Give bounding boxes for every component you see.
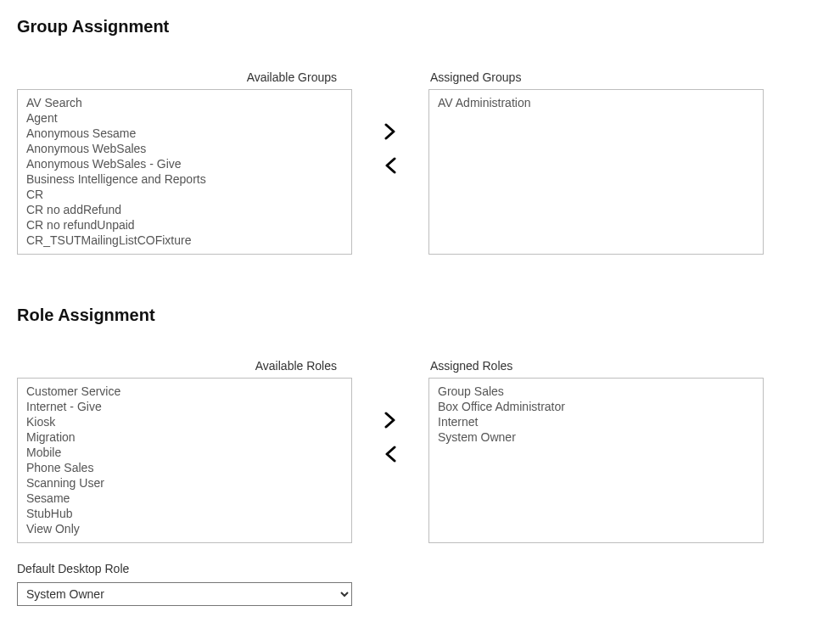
assigned-groups-listbox[interactable]: AV Administration (428, 89, 764, 255)
list-item[interactable]: Migration (26, 429, 343, 445)
role-transfer-buttons (378, 359, 403, 464)
list-item[interactable]: Anonymous WebSales (26, 141, 343, 156)
list-item[interactable]: Scanning User (26, 475, 343, 491)
available-groups-label: Available Groups (17, 70, 352, 84)
role-assignment-heading: Role Assignment (17, 306, 823, 325)
list-item[interactable]: Internet - Give (26, 399, 343, 414)
available-roles-col: Available Roles Customer ServiceInternet… (17, 359, 352, 543)
list-item[interactable]: Agent (26, 110, 343, 126)
group-assignment-heading: Group Assignment (17, 17, 823, 36)
assigned-roles-listbox[interactable]: Group SalesBox Office AdministratorInter… (428, 378, 764, 543)
chevron-right-icon (384, 123, 396, 140)
assigned-groups-col: Assigned Groups AV Administration (428, 70, 764, 255)
assigned-roles-label: Assigned Roles (428, 359, 764, 373)
chevron-right-icon (384, 412, 396, 429)
list-item[interactable]: AV Search (26, 95, 343, 110)
list-item[interactable]: Anonymous Sesame (26, 126, 343, 141)
available-roles-label: Available Roles (17, 359, 352, 373)
role-assignment-picker: Available Roles Customer ServiceInternet… (17, 359, 823, 543)
list-item[interactable]: View Only (26, 521, 343, 536)
list-item[interactable]: CR no addRefund (26, 202, 343, 217)
available-groups-listbox[interactable]: AV SearchAgentAnonymous SesameAnonymous … (17, 89, 352, 255)
default-desktop-role-select[interactable]: System Owner (17, 582, 352, 606)
available-groups-col: Available Groups AV SearchAgentAnonymous… (17, 70, 352, 255)
role-add-button[interactable] (383, 410, 398, 430)
list-item[interactable]: Box Office Administrator (438, 399, 754, 414)
group-transfer-buttons (378, 70, 403, 176)
list-item[interactable]: Sesame (26, 491, 343, 506)
list-item[interactable]: AV Administration (438, 95, 754, 110)
list-item[interactable]: CR no refundUnpaid (26, 217, 343, 233)
list-item[interactable]: Group Sales (438, 384, 754, 399)
group-remove-button[interactable] (383, 155, 398, 176)
list-item[interactable]: CR (26, 187, 343, 202)
list-item[interactable]: Kiosk (26, 414, 343, 429)
assigned-roles-col: Assigned Roles Group SalesBox Office Adm… (428, 359, 764, 543)
group-add-button[interactable] (383, 121, 398, 142)
list-item[interactable]: Phone Sales (26, 460, 343, 475)
list-item[interactable]: Business Intelligence and Reports (26, 171, 343, 187)
default-desktop-role-label: Default Desktop Role (17, 562, 823, 575)
available-roles-listbox[interactable]: Customer ServiceInternet - GiveKioskMigr… (17, 378, 352, 543)
list-item[interactable]: Mobile (26, 445, 343, 460)
assigned-groups-label: Assigned Groups (428, 70, 764, 84)
list-item[interactable]: System Owner (438, 429, 754, 445)
list-item[interactable]: StubHub (26, 506, 343, 521)
chevron-left-icon (384, 446, 396, 463)
group-assignment-picker: Available Groups AV SearchAgentAnonymous… (17, 70, 823, 255)
list-item[interactable]: Internet (438, 414, 754, 429)
chevron-left-icon (384, 157, 396, 174)
list-item[interactable]: Customer Service (26, 384, 343, 399)
list-item[interactable]: CR_TSUTMailingListCOFixture (26, 233, 343, 248)
role-remove-button[interactable] (383, 444, 398, 464)
list-item[interactable]: Anonymous WebSales - Give (26, 156, 343, 171)
